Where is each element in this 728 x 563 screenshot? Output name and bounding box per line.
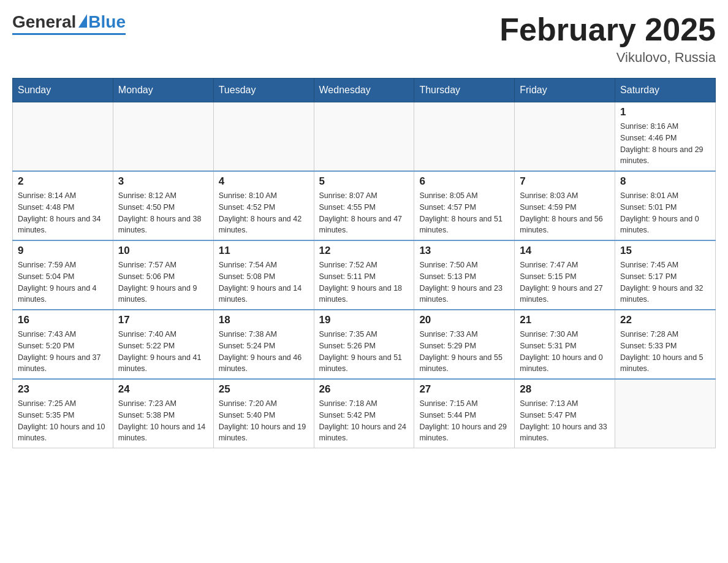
day-number: 19 [319, 314, 409, 326]
calendar-cell: 28Sunrise: 7:13 AMSunset: 5:47 PMDayligh… [515, 379, 615, 448]
calendar-table: SundayMondayTuesdayWednesdayThursdayFrid… [12, 78, 716, 448]
calendar-cell: 26Sunrise: 7:18 AMSunset: 5:42 PMDayligh… [314, 379, 414, 448]
calendar-cell: 20Sunrise: 7:33 AMSunset: 5:29 PMDayligh… [414, 310, 515, 379]
calendar-cell: 17Sunrise: 7:40 AMSunset: 5:22 PMDayligh… [113, 310, 213, 379]
page-header: General Blue February 2025 Vikulovo, Rus… [12, 12, 716, 66]
day-number: 26 [319, 383, 409, 396]
calendar-cell [615, 379, 716, 448]
day-info: Sunrise: 7:38 AMSunset: 5:24 PMDaylight:… [219, 329, 309, 375]
day-number: 16 [18, 314, 108, 326]
calendar-cell: 10Sunrise: 7:57 AMSunset: 5:06 PMDayligh… [113, 240, 213, 310]
calendar-cell [314, 102, 414, 172]
day-info: Sunrise: 7:28 AMSunset: 5:33 PMDaylight:… [620, 329, 710, 375]
day-info: Sunrise: 7:20 AMSunset: 5:40 PMDaylight:… [219, 398, 309, 444]
day-info: Sunrise: 8:16 AMSunset: 4:46 PMDaylight:… [620, 121, 710, 167]
day-info: Sunrise: 8:01 AMSunset: 5:01 PMDaylight:… [620, 190, 710, 236]
calendar-cell: 7Sunrise: 8:03 AMSunset: 4:59 PMDaylight… [515, 171, 615, 240]
day-info: Sunrise: 7:43 AMSunset: 5:20 PMDaylight:… [18, 329, 108, 375]
day-number: 25 [219, 383, 309, 396]
weekday-header-wednesday: Wednesday [314, 79, 414, 102]
calendar-cell: 19Sunrise: 7:35 AMSunset: 5:26 PMDayligh… [314, 310, 414, 379]
weekday-header-sunday: Sunday [13, 79, 113, 102]
logo-triangle-icon [78, 14, 87, 28]
day-number: 2 [18, 175, 108, 188]
day-info: Sunrise: 7:50 AMSunset: 5:13 PMDaylight:… [419, 259, 509, 305]
day-number: 18 [219, 314, 309, 326]
day-number: 24 [118, 383, 208, 396]
day-number: 9 [18, 245, 108, 257]
day-info: Sunrise: 8:14 AMSunset: 4:48 PMDaylight:… [18, 190, 108, 236]
day-number: 21 [520, 314, 610, 326]
day-info: Sunrise: 7:59 AMSunset: 5:04 PMDaylight:… [18, 259, 108, 305]
calendar-week-5: 23Sunrise: 7:25 AMSunset: 5:35 PMDayligh… [13, 379, 716, 448]
day-number: 17 [118, 314, 208, 326]
day-info: Sunrise: 7:15 AMSunset: 5:44 PMDaylight:… [419, 398, 509, 444]
calendar-cell: 24Sunrise: 7:23 AMSunset: 5:38 PMDayligh… [113, 379, 213, 448]
calendar-cell: 14Sunrise: 7:47 AMSunset: 5:15 PMDayligh… [515, 240, 615, 310]
weekday-header-thursday: Thursday [414, 79, 515, 102]
calendar-cell [13, 102, 113, 172]
title-block: February 2025 Vikulovo, Russia [499, 12, 716, 66]
weekday-header-friday: Friday [515, 79, 615, 102]
day-info: Sunrise: 7:52 AMSunset: 5:11 PMDaylight:… [319, 259, 409, 305]
month-title: February 2025 [499, 12, 716, 47]
location-title: Vikulovo, Russia [499, 50, 716, 66]
day-info: Sunrise: 7:25 AMSunset: 5:35 PMDaylight:… [18, 398, 108, 444]
calendar-week-3: 9Sunrise: 7:59 AMSunset: 5:04 PMDaylight… [13, 240, 716, 310]
day-info: Sunrise: 8:10 AMSunset: 4:52 PMDaylight:… [219, 190, 309, 236]
day-info: Sunrise: 8:03 AMSunset: 4:59 PMDaylight:… [520, 190, 610, 236]
day-info: Sunrise: 7:35 AMSunset: 5:26 PMDaylight:… [319, 329, 409, 375]
calendar-cell: 3Sunrise: 8:12 AMSunset: 4:50 PMDaylight… [113, 171, 213, 240]
calendar-cell: 6Sunrise: 8:05 AMSunset: 4:57 PMDaylight… [414, 171, 515, 240]
day-number: 1 [620, 106, 710, 118]
day-info: Sunrise: 7:18 AMSunset: 5:42 PMDaylight:… [319, 398, 409, 444]
calendar-header-row: SundayMondayTuesdayWednesdayThursdayFrid… [13, 79, 716, 102]
weekday-header-tuesday: Tuesday [213, 79, 314, 102]
day-number: 28 [520, 383, 610, 396]
calendar-cell: 5Sunrise: 8:07 AMSunset: 4:55 PMDaylight… [314, 171, 414, 240]
calendar-cell: 23Sunrise: 7:25 AMSunset: 5:35 PMDayligh… [13, 379, 113, 448]
calendar-cell: 15Sunrise: 7:45 AMSunset: 5:17 PMDayligh… [615, 240, 716, 310]
day-info: Sunrise: 7:54 AMSunset: 5:08 PMDaylight:… [219, 259, 309, 305]
day-number: 23 [18, 383, 108, 396]
day-info: Sunrise: 7:30 AMSunset: 5:31 PMDaylight:… [520, 329, 610, 375]
calendar-cell: 21Sunrise: 7:30 AMSunset: 5:31 PMDayligh… [515, 310, 615, 379]
calendar-cell [113, 102, 213, 172]
day-number: 14 [520, 245, 610, 257]
calendar-cell: 12Sunrise: 7:52 AMSunset: 5:11 PMDayligh… [314, 240, 414, 310]
day-number: 6 [419, 175, 509, 188]
day-number: 20 [419, 314, 509, 326]
day-number: 13 [419, 245, 509, 257]
day-info: Sunrise: 8:05 AMSunset: 4:57 PMDaylight:… [419, 190, 509, 236]
logo: General Blue [12, 12, 126, 35]
day-number: 8 [620, 175, 710, 188]
weekday-header-monday: Monday [113, 79, 213, 102]
day-info: Sunrise: 8:12 AMSunset: 4:50 PMDaylight:… [118, 190, 208, 236]
calendar-cell [414, 102, 515, 172]
day-info: Sunrise: 8:07 AMSunset: 4:55 PMDaylight:… [319, 190, 409, 236]
day-number: 15 [620, 245, 710, 257]
day-number: 11 [219, 245, 309, 257]
day-number: 7 [520, 175, 610, 188]
day-info: Sunrise: 7:23 AMSunset: 5:38 PMDaylight:… [118, 398, 208, 444]
logo-underline [12, 33, 126, 35]
day-info: Sunrise: 7:13 AMSunset: 5:47 PMDaylight:… [520, 398, 610, 444]
calendar-cell: 16Sunrise: 7:43 AMSunset: 5:20 PMDayligh… [13, 310, 113, 379]
weekday-header-saturday: Saturday [615, 79, 716, 102]
calendar-cell: 9Sunrise: 7:59 AMSunset: 5:04 PMDaylight… [13, 240, 113, 310]
logo-blue-text: Blue [88, 12, 126, 32]
day-info: Sunrise: 7:47 AMSunset: 5:15 PMDaylight:… [520, 259, 610, 305]
day-number: 3 [118, 175, 208, 188]
day-number: 12 [319, 245, 409, 257]
calendar-cell: 8Sunrise: 8:01 AMSunset: 5:01 PMDaylight… [615, 171, 716, 240]
calendar-cell: 13Sunrise: 7:50 AMSunset: 5:13 PMDayligh… [414, 240, 515, 310]
calendar-cell: 11Sunrise: 7:54 AMSunset: 5:08 PMDayligh… [213, 240, 314, 310]
logo-general-text: General [12, 12, 76, 32]
day-number: 22 [620, 314, 710, 326]
day-number: 27 [419, 383, 509, 396]
day-info: Sunrise: 7:40 AMSunset: 5:22 PMDaylight:… [118, 329, 208, 375]
day-info: Sunrise: 7:57 AMSunset: 5:06 PMDaylight:… [118, 259, 208, 305]
calendar-week-4: 16Sunrise: 7:43 AMSunset: 5:20 PMDayligh… [13, 310, 716, 379]
calendar-cell: 22Sunrise: 7:28 AMSunset: 5:33 PMDayligh… [615, 310, 716, 379]
calendar-cell: 4Sunrise: 8:10 AMSunset: 4:52 PMDaylight… [213, 171, 314, 240]
